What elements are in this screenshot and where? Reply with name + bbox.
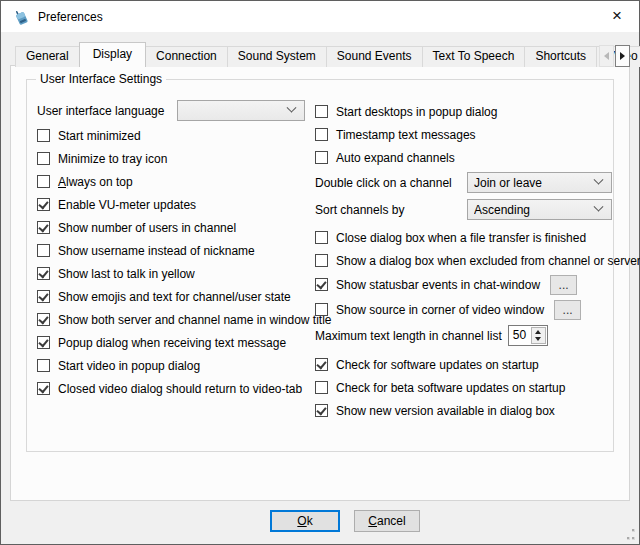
cancel-button[interactable]: Cancel [354, 510, 420, 532]
close-icon[interactable]: × [608, 7, 626, 25]
tab-bar: GeneralDisplayConnectionSound SystemSoun… [15, 44, 630, 67]
label: Show source in corner of video window [336, 303, 544, 317]
label: Auto expand channels [336, 151, 455, 165]
checkbox-box [315, 151, 328, 164]
arrow-right-icon [620, 52, 625, 60]
tab-shortcuts[interactable]: Shortcuts [524, 46, 597, 67]
checkbox-show-both-server-and-channel-name-in-windo[interactable]: Show both server and channel name in win… [37, 308, 305, 331]
chevron-down-icon [594, 175, 604, 185]
checkbox-close-dialog-box-when-a-file-transfer-is-f[interactable]: Close dialog box when a file transfer is… [315, 226, 612, 249]
checkbox-start-minimized[interactable]: Start minimized [37, 124, 305, 147]
checkbox-start-video-in-popup-dialog[interactable]: Start video in popup dialog [37, 354, 305, 377]
label: User interface language [37, 104, 164, 118]
spinbox-maximum-text-length-in-channel-list[interactable]: 50 [508, 325, 548, 346]
combo-double-click-on-a-channel[interactable]: Join or leave [467, 172, 612, 193]
settings-column-left: User interface languageStart minimizedMi… [37, 97, 305, 400]
checkbox-show-source-in-corner-of-video-window[interactable]: Show source in corner of video window... [315, 297, 612, 322]
label: Check for beta software updates on start… [336, 381, 565, 395]
checkbox-always-on-top[interactable]: Always on top [37, 170, 305, 193]
label: Enable VU-meter updates [58, 198, 196, 212]
checkbox-check-for-beta-software-updates-on-startup[interactable]: Check for beta software updates on start… [315, 376, 612, 399]
checkbox-minimize-to-tray-icon[interactable]: Minimize to tray icon [37, 147, 305, 170]
checkbox-popup-dialog-when-receiving-text-message[interactable]: Popup dialog when receiving text message [37, 331, 305, 354]
checkbox-show-number-of-users-in-channel[interactable]: Show number of users in channel [37, 216, 305, 239]
spin-value: 50 [509, 326, 530, 345]
label: Show statusbar events in chat-window [336, 278, 540, 292]
checkbox-box [37, 290, 50, 303]
checkbox-show-statusbar-events-in-chat-window[interactable]: Show statusbar events in chat-window... [315, 272, 612, 297]
group-user-interface-settings: User Interface Settings User interface l… [26, 79, 614, 452]
checkbox-start-desktops-in-popup-dialog[interactable]: Start desktops in popup dialog [315, 100, 612, 123]
tab-scroll-buttons [599, 45, 630, 67]
checkbox-timestamp-text-messages[interactable]: Timestamp text messages [315, 123, 612, 146]
checkbox-check-for-software-updates-on-startup[interactable]: Check for software updates on startup [315, 353, 612, 376]
label: Start video in popup dialog [58, 359, 200, 373]
label: Start minimized [58, 129, 141, 143]
checkbox-box [315, 404, 328, 417]
tab-scroll-left-icon[interactable] [599, 45, 614, 67]
label: Maximum text length in channel list [315, 329, 502, 343]
combo-value: Ascending [474, 203, 595, 217]
combo-sort-channels-by[interactable]: Ascending [467, 199, 612, 220]
label: Double click on a channel [315, 176, 452, 190]
tab-text-to-speech[interactable]: Text To Speech [422, 46, 526, 67]
checkbox-box [37, 313, 50, 326]
triangle-up-icon [535, 330, 541, 334]
resize-grip[interactable] [624, 529, 635, 540]
label: Timestamp text messages [336, 128, 476, 142]
tab-connection[interactable]: Connection [145, 46, 228, 67]
checkbox-show-new-version-available-in-dialog-box[interactable]: Show new version available in dialog box [315, 399, 612, 422]
checkbox-box [315, 254, 328, 267]
titlebar: Preferences × [1, 1, 639, 32]
checkbox-box [315, 128, 328, 141]
checkbox-show-a-dialog-box-when-excluded-from-chann[interactable]: Show a dialog box when excluded from cha… [315, 249, 612, 272]
spin-up-button[interactable] [532, 328, 545, 336]
label: Always on top [58, 175, 133, 189]
tab-pane: User Interface Settings User interface l… [10, 65, 630, 501]
label: Show a dialog box when excluded from cha… [336, 254, 640, 268]
app-icon [13, 8, 30, 25]
checkbox-enable-vu-meter-updates[interactable]: Enable VU-meter updates [37, 193, 305, 216]
tab-sound-events[interactable]: Sound Events [326, 46, 423, 67]
label: Close dialog box when a file transfer is… [336, 231, 586, 245]
label: Show new version available in dialog box [336, 404, 555, 418]
chevron-down-icon [594, 202, 604, 212]
label: Show username instead of nickname [58, 244, 255, 258]
label: Show both server and channel name in win… [58, 313, 332, 327]
settings-column-right: Start desktops in popup dialogTimestamp … [315, 100, 612, 422]
triangle-down-icon [535, 337, 541, 341]
checkbox-show-emojis-and-text-for-channel-user-stat[interactable]: Show emojis and text for channel/user st… [37, 285, 305, 308]
tab-sound-system[interactable]: Sound System [227, 46, 327, 67]
checkbox-box [315, 278, 328, 291]
checkbox-box [315, 358, 328, 371]
label: Start desktops in popup dialog [336, 105, 497, 119]
checkbox-closed-video-dialog-should-return-to-video[interactable]: Closed video dialog should return to vid… [37, 377, 305, 400]
label: Show last to talk in yellow [58, 267, 195, 281]
tab-general[interactable]: General [15, 46, 80, 67]
combo-row: User interface language [37, 97, 305, 124]
tab-scroll-right-icon[interactable] [615, 45, 630, 67]
checkbox-box [37, 244, 50, 257]
checkbox-box [37, 382, 50, 395]
checkbox-show-username-instead-of-nickname[interactable]: Show username instead of nickname [37, 239, 305, 262]
spin-buttons [531, 327, 546, 344]
checkbox-box [315, 105, 328, 118]
checkbox-box [315, 231, 328, 244]
combo-user-interface-language[interactable] [177, 100, 305, 121]
more-button[interactable]: ... [550, 275, 577, 295]
label: Popup dialog when receiving text message [58, 336, 286, 350]
checkbox-show-last-to-talk-in-yellow[interactable]: Show last to talk in yellow [37, 262, 305, 285]
checkbox-auto-expand-channels[interactable]: Auto expand channels [315, 146, 612, 169]
checkbox-box [37, 198, 50, 211]
checkbox-box [37, 336, 50, 349]
label: Show number of users in channel [58, 221, 236, 235]
ok-button[interactable]: Ok [270, 510, 340, 532]
combo-row: Double click on a channelJoin or leave [315, 169, 612, 196]
chevron-down-icon [287, 103, 297, 113]
tab-display[interactable]: Display [79, 42, 146, 67]
more-button[interactable]: ... [554, 300, 581, 320]
combo-value: Join or leave [474, 176, 595, 190]
spin-down-button[interactable] [532, 336, 545, 344]
label: Show emojis and text for channel/user st… [58, 290, 291, 304]
checkbox-box [37, 152, 50, 165]
